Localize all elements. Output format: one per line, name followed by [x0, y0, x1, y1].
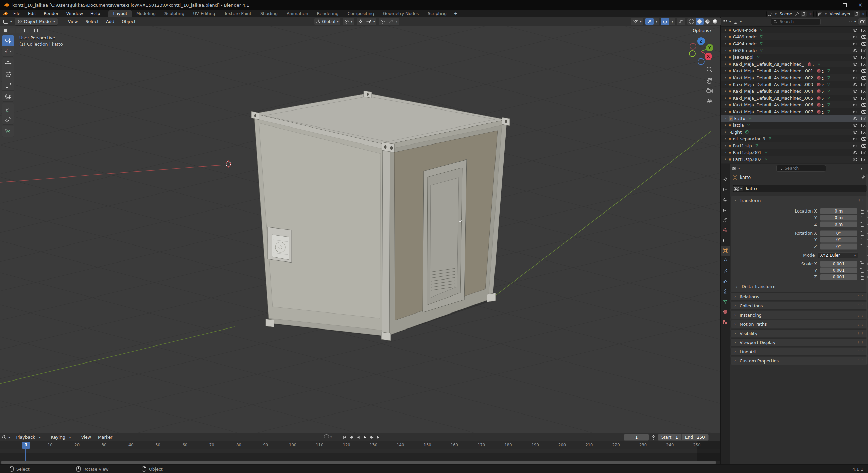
value-field[interactable]: 0 m [820, 215, 857, 221]
menu-render[interactable]: Render [40, 10, 63, 17]
properties-search-input[interactable] [776, 165, 826, 172]
timeline-track-area[interactable] [0, 449, 720, 453]
outliner-row-G494-node[interactable]: ›▼G494-node▽ [721, 40, 868, 47]
value-field[interactable]: 0.001 [820, 261, 857, 267]
outliner-row-Part1.stp[interactable]: ›▼Part1.stp▽ [721, 142, 868, 149]
tab-texture-paint[interactable]: Texture Paint [220, 10, 256, 17]
section-instancing[interactable]: ›Instancing⋮⋮ [730, 311, 868, 319]
timeline-ruler[interactable]: 1020304050607080901001101201301401501601… [0, 441, 720, 449]
overlays-dropdown[interactable]: ▾ [669, 18, 675, 25]
pan-hand-icon[interactable] [706, 77, 714, 85]
disable-in-renders-toggle[interactable] [861, 103, 866, 107]
tab-scripting[interactable]: Scripting [423, 10, 451, 17]
navigation-gizmo[interactable]: Z Y X [688, 36, 715, 66]
tool-add-cube[interactable] [2, 126, 14, 137]
value-field[interactable]: 0 m [820, 208, 857, 214]
tool-scale[interactable] [2, 80, 14, 91]
outliner-row-Light[interactable]: ›Light [721, 129, 868, 135]
hide-in-viewport-toggle[interactable] [853, 41, 858, 46]
editor-type-button[interactable]: ▾ [2, 18, 13, 26]
pivot-point-dropdown[interactable]: ▾ [343, 18, 354, 25]
drag-handle-icon[interactable]: ⋮⋮ [857, 322, 864, 326]
outliner-row-jaakaappi[interactable]: ›▼jaakaappi▽ [721, 54, 868, 61]
menu-edit[interactable]: Edit [24, 10, 40, 17]
value-field[interactable]: 0° [820, 237, 857, 243]
delta-transform-header[interactable]: › Delta Transform [735, 284, 776, 289]
outliner-display-mode-dropdown[interactable]: ▾ [722, 18, 732, 26]
timeline-menu-marker[interactable]: Marker [94, 435, 116, 440]
outliner-row-Kaki_Meja_Default_As_Machined_.001[interactable]: ›▼Kaki_Meja_Default_As_Machined_.0012▽ [721, 67, 868, 74]
section-viewport-display[interactable]: ›Viewport Display⋮⋮ [730, 338, 868, 347]
value-field[interactable]: 0° [820, 243, 857, 250]
frame-end-field[interactable]: End 250 [681, 434, 708, 440]
pin-icon[interactable] [795, 12, 799, 16]
disable-in-renders-toggle[interactable] [861, 62, 866, 66]
disable-in-renders-toggle[interactable] [861, 69, 866, 73]
selectability-visibility-dropdown[interactable]: ▾ [631, 18, 643, 25]
disable-in-renders-toggle[interactable] [861, 41, 866, 46]
select-intersect-button[interactable] [33, 28, 39, 33]
expand-icon[interactable]: › [724, 130, 727, 134]
play-reverse-button[interactable] [355, 434, 362, 440]
auto-keying-toggle[interactable]: ▾ [324, 434, 332, 439]
section-collections[interactable]: ›Collections⋮⋮ [730, 302, 868, 310]
outliner-row-Kaki_Meja_Default_As_Machined_.004[interactable]: ›▼Kaki_Meja_Default_As_Machined_.0042▽ [721, 88, 868, 95]
minimize-button[interactable] [821, 0, 837, 10]
expand-icon[interactable]: › [724, 109, 727, 114]
blender-menu-icon[interactable] [3, 11, 8, 16]
tab-shading[interactable]: Shading [256, 10, 282, 17]
expand-icon[interactable]: › [724, 75, 727, 80]
outliner-row-Kaki_Meja_Default_As_Machined_.003[interactable]: ›▼Kaki_Meja_Default_As_Machined_.0032▽ [721, 81, 868, 88]
disable-in-renders-toggle[interactable] [861, 123, 866, 128]
tool-measure[interactable] [2, 114, 14, 125]
properties-tab-output[interactable] [721, 195, 730, 205]
hide-in-viewport-toggle[interactable] [853, 96, 858, 100]
expand-icon[interactable]: › [724, 55, 727, 60]
properties-tab-object[interactable] [721, 246, 730, 256]
expand-icon[interactable]: › [724, 143, 727, 148]
hide-in-viewport-toggle[interactable] [853, 103, 858, 107]
lock-icon[interactable] [861, 263, 864, 266]
disable-in-renders-toggle[interactable] [861, 109, 866, 114]
properties-tab-scene[interactable] [721, 215, 730, 225]
viewport-options-dropdown[interactable]: Options ▾ [693, 28, 711, 33]
tool-annotate[interactable] [2, 103, 14, 114]
timeline-scrollbar[interactable] [1, 461, 716, 464]
outliner-row-G484-node[interactable]: ›▼G484-node▽ [721, 27, 868, 33]
properties-tab-material[interactable] [721, 307, 730, 317]
disable-in-renders-toggle[interactable] [861, 28, 866, 32]
show-gizmo-toggle[interactable] [645, 18, 654, 25]
disable-in-renders-toggle[interactable] [861, 75, 866, 80]
hide-in-viewport-toggle[interactable] [853, 143, 858, 148]
outliner-row-Kaki_Meja_Default_As_Machined_.005[interactable]: ›▼Kaki_Meja_Default_As_Machined_.0052▽ [721, 95, 868, 101]
expand-icon[interactable]: › [724, 48, 727, 53]
disable-in-renders-toggle[interactable] [861, 35, 866, 39]
hide-in-viewport-toggle[interactable] [853, 109, 858, 114]
expand-icon[interactable]: › [724, 41, 727, 46]
disable-in-renders-toggle[interactable] [861, 116, 866, 121]
properties-tab-modifiers[interactable] [721, 256, 730, 266]
hide-in-viewport-toggle[interactable] [853, 150, 858, 155]
expand-icon[interactable]: › [724, 150, 727, 155]
expand-icon[interactable]: › [724, 28, 727, 32]
section-custom-properties[interactable]: ›Custom Properties⋮⋮ [730, 357, 868, 365]
add-workspace-button[interactable]: + [451, 10, 461, 17]
expand-icon[interactable]: › [724, 102, 727, 107]
properties-tab-constraints[interactable] [721, 286, 730, 297]
properties-tab-particles[interactable] [721, 266, 730, 276]
viewport-3d[interactable]: Options ▾ User Perspective (1) Collectio… [0, 26, 720, 433]
hide-in-viewport-toggle[interactable] [853, 69, 858, 73]
camera-view-icon[interactable] [706, 87, 714, 95]
maximize-button[interactable] [837, 0, 852, 10]
outliner-row-G489-node[interactable]: ›▼G489-node▽ [721, 33, 868, 40]
tab-compositing[interactable]: Compositing [343, 10, 378, 17]
object-type-dropdown[interactable]: ▾ [733, 186, 743, 191]
disable-in-renders-toggle[interactable] [861, 96, 866, 100]
hide-in-viewport-toggle[interactable] [853, 62, 858, 66]
hide-in-viewport-toggle[interactable] [853, 123, 858, 128]
timeline-editor-type-button[interactable]: ▾ [2, 435, 10, 440]
tool-cursor[interactable] [2, 46, 14, 57]
menu-window[interactable]: Window [63, 10, 87, 17]
hide-in-viewport-toggle[interactable] [853, 28, 858, 32]
frame-start-field[interactable]: Start 1 [658, 434, 681, 440]
